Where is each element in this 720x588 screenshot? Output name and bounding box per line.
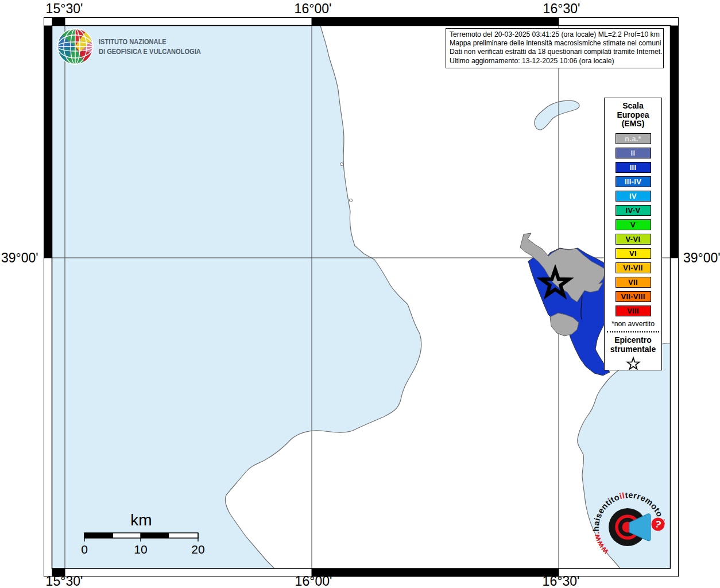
info-line-questionnaires: Dati non verificati estratti da 18 quest… [450,48,660,56]
coord-label-top-1600: 16°00' [295,1,332,16]
earthquake-info-box: Terremoto del 20-03-2025 03:41:25 (ora l… [446,28,664,68]
legend-chip: VII-VIII [616,291,651,302]
legend-epicenter-line2: strumentale [605,345,661,354]
legend-chip: V [616,219,651,230]
legend-chip: III [616,162,651,173]
ingv-name-line2: DI GEOFISICA E VULCANOLOGIA [99,47,201,56]
coord-label-top-1530: 15°30' [46,1,83,16]
legend-chip: n.a.* [616,133,651,144]
coord-label-top-1630: 16°30' [543,1,580,16]
shakemap-page: ISTITUTO NAZIONALE DI GEOFISICA E VULCAN… [0,0,720,588]
ingv-name-line1: ISTITUTO NAZIONALE [99,37,167,46]
legend-chip: VI [616,248,651,259]
coord-label-left-3900: 39°00' [1,250,38,265]
legend-epicenter-line1: Epicentro [605,335,661,345]
scale-tick-0: 0 [81,543,88,556]
coord-label-bottom-1530: 15°30' [46,574,83,588]
coord-label-right-3900: 39°00' [683,250,720,265]
islet [340,163,343,165]
scale-tick-20: 20 [191,543,204,556]
legend-chip: V-VI [616,234,651,245]
info-line-event: Terremoto del 20-03-2025 03:41:25 (ora l… [450,30,660,39]
legend-chip: VIII [616,305,651,316]
coord-label-bottom-1600: 16°00' [295,574,332,588]
ingv-globe-icon [57,29,93,64]
legend-title-line3: (EMS) [605,119,661,129]
legend-chip: VII [616,277,651,288]
legend-divider [607,331,659,332]
legend-chip: IV [616,191,651,202]
islet [349,199,352,202]
legend-title-line1: Scala [605,102,661,111]
legend-chip-list: n.a.*IIIIIIII-IVIVIV-VVV-VIVIVI-VIIVIIVI… [605,133,661,316]
legend-title-line2: Europea [605,111,661,120]
legend-chip: VI-VII [616,262,651,273]
info-line-map-type: Mappa preliminare delle intensità macros… [450,39,660,48]
info-line-updated: Ultimo aggiornamento: 13-12-2025 10:06 (… [450,57,660,65]
intensity-legend: Scala Europea (EMS) n.a.*IIIIIIII-IVIVIV… [604,98,662,370]
coord-label-bottom-1630: 16°30' [543,574,580,588]
legend-chip: IV-V [616,205,651,216]
epicenter-legend-star-icon [625,356,642,372]
scale-bar-unit: km [130,511,152,529]
scale-tick-10: 10 [134,543,147,556]
legend-chip: II [616,148,651,158]
legend-footnote: *non avvertito [605,320,661,328]
legend-chip: III-IV [616,176,651,187]
